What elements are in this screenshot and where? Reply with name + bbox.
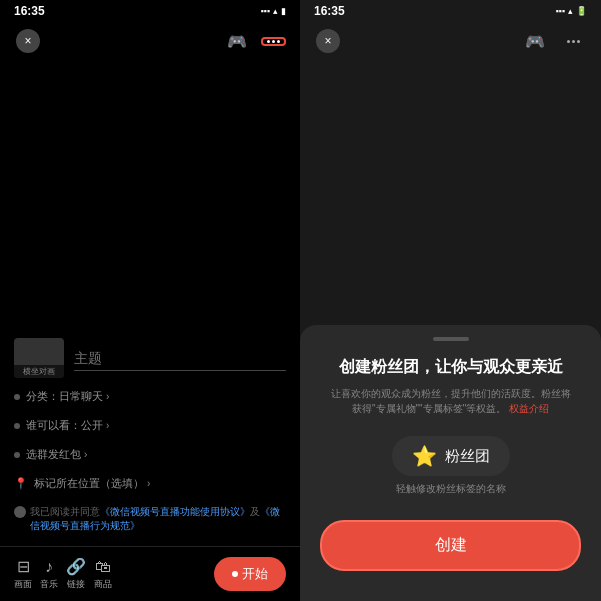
more-button-right[interactable] — [559, 27, 587, 55]
dot-r3 — [577, 40, 580, 43]
wifi-icon-r: ▴ — [568, 6, 573, 16]
bottom-toolbar: ⊟ 画面 ♪ 音乐 🔗 链接 🛍 商品 开始 — [0, 546, 300, 601]
toolbar-music[interactable]: ♪ 音乐 — [40, 558, 58, 591]
top-bar-left: × 🎮 — [0, 22, 300, 60]
close-button-left[interactable]: × — [14, 27, 42, 55]
music-label: 音乐 — [40, 578, 58, 591]
top-right-icons-right: 🎮 — [521, 27, 587, 55]
top-bar-right: × 🎮 — [300, 22, 601, 60]
wifi-icon: ▴ — [273, 6, 278, 16]
option-dot-1 — [14, 394, 20, 400]
start-label: 开始 — [242, 565, 268, 583]
toolbar-link[interactable]: 🔗 链接 — [66, 557, 86, 591]
fans-label: 粉丝团 — [445, 447, 490, 466]
agree-text: 我已阅读并同意《微信视频号直播功能使用协议》及《微信视频号直播行为规范》 — [30, 505, 286, 533]
signal-icon: ▪▪▪ — [260, 6, 270, 16]
gamepad-button-right[interactable]: 🎮 — [521, 27, 549, 55]
status-icons-left: ▪▪▪ ▴ ▮ — [260, 6, 286, 16]
subtitle-line2: 获得"专属礼物""专属标签"等权益。 — [352, 403, 506, 414]
option-category[interactable]: 分类：日常聊天 › — [14, 386, 286, 407]
goods-label: 商品 — [94, 578, 112, 591]
battery-icon: ▮ — [281, 6, 286, 16]
option-visible[interactable]: 谁可以看：公开 › — [14, 415, 286, 436]
agree-row: 我已阅读并同意《微信视频号直播功能使用协议》及《微信视频号直播行为规范》 — [14, 502, 286, 536]
sheet-title: 创建粉丝团，让你与观众更亲近 — [320, 357, 581, 378]
close-circle-right: × — [316, 29, 340, 53]
right-panel: 16:35 ▪▪▪ ▴ 🔋 × 🎮 — [300, 0, 601, 601]
location-icon: 📍 — [14, 477, 28, 490]
star-icon: ⭐ — [412, 444, 437, 468]
gamepad-button[interactable]: 🎮 — [223, 27, 251, 55]
dot3 — [277, 40, 280, 43]
subtitle-line1: 让喜欢你的观众成为粉丝，提升他们的活跃度。粉丝将 — [331, 388, 571, 399]
theme-input[interactable] — [74, 346, 286, 371]
more-button-left[interactable] — [261, 37, 286, 46]
fans-hint: 轻触修改粉丝标签的名称 — [320, 482, 581, 496]
close-button-right[interactable]: × — [314, 27, 342, 55]
sheet-subtitle: 让喜欢你的观众成为粉丝，提升他们的活跃度。粉丝将 获得"专属礼物""专属标签"等… — [320, 386, 581, 416]
close-icon: × — [24, 34, 31, 48]
thumbnail-label: 横坐对画 — [14, 365, 64, 378]
left-panel: 16:35 ▪▪▪ ▴ ▮ × 🎮 横 — [0, 0, 300, 601]
canvas-icon: ⊟ — [17, 557, 30, 576]
subtitle-link[interactable]: 权益介绍 — [509, 403, 549, 414]
option-text-1: 分类：日常聊天 › — [26, 389, 109, 404]
dot-r1 — [567, 40, 570, 43]
theme-row: 横坐对画 — [14, 338, 286, 378]
create-button[interactable]: 创建 — [320, 520, 581, 571]
gamepad-icon: 🎮 — [227, 32, 247, 51]
top-right-icons-left: 🎮 — [223, 27, 286, 55]
signal-icon-r: ▪▪▪ — [555, 6, 565, 16]
dot2 — [272, 40, 275, 43]
agree-checkbox[interactable] — [14, 506, 26, 518]
close-icon-r: × — [324, 34, 331, 48]
option-text-3: 选群发红包 › — [26, 447, 87, 462]
form-area: 横坐对画 分类：日常聊天 › 谁可以看：公开 › 选群发红包 › 📍 标记所在位… — [0, 328, 300, 546]
option-redpacket[interactable]: 选群发红包 › — [14, 444, 286, 465]
sheet-handle — [433, 337, 469, 341]
option-dot-2 — [14, 423, 20, 429]
start-dot — [232, 571, 238, 577]
dot-r2 — [572, 40, 575, 43]
time-right: 16:35 — [314, 4, 345, 18]
goods-icon: 🛍 — [95, 558, 111, 576]
fans-badge[interactable]: ⭐ 粉丝团 — [392, 436, 510, 476]
thumbnail: 横坐对画 — [14, 338, 64, 378]
option-dot-3 — [14, 452, 20, 458]
toolbar-goods[interactable]: 🛍 商品 — [94, 558, 112, 591]
option-location[interactable]: 📍 标记所在位置（选填） › — [14, 473, 286, 494]
music-icon: ♪ — [45, 558, 53, 576]
preview-area — [0, 60, 300, 328]
link-icon: 🔗 — [66, 557, 86, 576]
time-left: 16:35 — [14, 4, 45, 18]
link-label: 链接 — [67, 578, 85, 591]
status-icons-right: ▪▪▪ ▴ 🔋 — [555, 6, 587, 16]
dot1 — [267, 40, 270, 43]
close-circle-left: × — [16, 29, 40, 53]
option-text-2: 谁可以看：公开 › — [26, 418, 109, 433]
bottom-sheet: 创建粉丝团，让你与观众更亲近 让喜欢你的观众成为粉丝，提升他们的活跃度。粉丝将 … — [300, 325, 601, 601]
option-text-4: 标记所在位置（选填） › — [34, 476, 150, 491]
canvas-label: 画面 — [14, 578, 32, 591]
gamepad-icon-r: 🎮 — [525, 32, 545, 51]
start-button[interactable]: 开始 — [214, 557, 286, 591]
status-bar-right: 16:35 ▪▪▪ ▴ 🔋 — [300, 0, 601, 22]
status-bar-left: 16:35 ▪▪▪ ▴ ▮ — [0, 0, 300, 22]
battery-icon-r: 🔋 — [576, 6, 587, 16]
toolbar-canvas[interactable]: ⊟ 画面 — [14, 557, 32, 591]
